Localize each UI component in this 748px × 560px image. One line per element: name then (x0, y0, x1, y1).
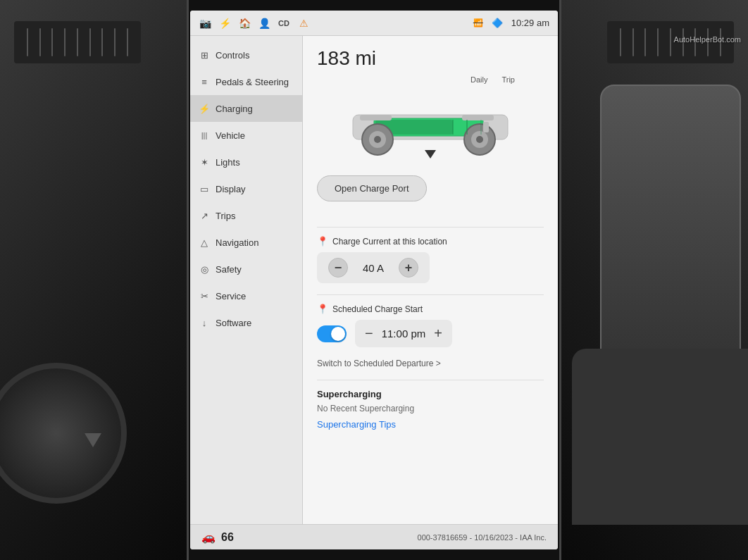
charge-current-setting: 📍 Charge Current at this location − 40 A… (317, 236, 544, 283)
charging-label: Charging (216, 104, 253, 114)
svg-rect-14 (483, 122, 489, 132)
divider-2 (317, 294, 544, 295)
right-bottom-panel (572, 349, 748, 525)
steering-marker (85, 433, 101, 447)
lights-label: Lights (216, 157, 240, 168)
right-interior (561, 0, 748, 560)
service-label: Service (216, 291, 246, 301)
person-icon: 👤 (258, 17, 270, 30)
tesla-screen: 📷 ⚡ 🏠 👤 CD ⚠ 📶 🔷 10:29 am ⊞ Controls ≡ P… (190, 11, 558, 549)
safety-icon: ◎ (199, 263, 210, 275)
time-control: − 11:00 pm + (355, 320, 452, 347)
time-increase-button[interactable]: + (434, 325, 442, 342)
display-label: Display (216, 184, 246, 194)
car-illustration: Daily Trip (317, 73, 544, 164)
main-area: ⊞ Controls ≡ Pedals & Steering ⚡ Chargin… (190, 36, 558, 524)
range-display: 183 mi (317, 47, 544, 70)
trip-label: Trip (501, 75, 515, 84)
svg-rect-9 (360, 115, 392, 120)
cd-label: CD (278, 17, 290, 30)
pedals-icon: ≡ (199, 76, 210, 87)
toggle-knob (331, 327, 345, 341)
warning-icon: ⚠ (297, 17, 310, 30)
time-decrease-button[interactable]: − (365, 325, 373, 342)
sidebar-item-service[interactable]: ✂ Service (190, 282, 302, 309)
sidebar-item-display[interactable]: ▭ Display (190, 175, 302, 202)
sidebar-item-vehicle[interactable]: ||| Vehicle (190, 122, 302, 149)
sidebar-item-charging[interactable]: ⚡ Charging (190, 95, 302, 122)
sidebar-item-controls[interactable]: ⊞ Controls (190, 42, 302, 68)
content-panel: 183 mi Daily Trip (303, 36, 558, 524)
trips-label: Trips (216, 211, 235, 221)
schedule-toggle[interactable] (317, 325, 347, 342)
location-icon-2: 📍 (317, 304, 328, 314)
schedule-row: − 11:00 pm + (317, 320, 544, 347)
sidebar-item-software[interactable]: ↓ Software (190, 309, 302, 336)
location-icon-1: 📍 (317, 236, 328, 247)
amp-value-display: 40 A (359, 262, 387, 274)
svg-point-8 (476, 136, 483, 143)
safety-label: Safety (216, 264, 242, 275)
svg-rect-10 (462, 115, 494, 120)
camera-icon: 📷 (199, 17, 211, 30)
car-icon: 🚗 (201, 530, 216, 544)
software-icon: ↓ (199, 317, 210, 328)
scheduled-charge-text: Scheduled Charge Start (332, 304, 423, 314)
charging-icon: ⚡ (199, 103, 210, 114)
speed-display: 66 (221, 531, 234, 544)
supercharging-tips-link[interactable]: Supercharging Tips (317, 419, 544, 430)
signal-icon: 📶 (473, 18, 483, 27)
amp-increase-button[interactable]: + (399, 258, 418, 278)
supercharging-title: Supercharging (317, 389, 544, 399)
sidebar-item-lights[interactable]: ✶ Lights (190, 149, 302, 175)
lightning-status-icon: ⚡ (218, 17, 231, 30)
level-marker (425, 150, 436, 158)
status-bar: 📷 ⚡ 🏠 👤 CD ⚠ 📶 🔷 10:29 am (190, 11, 558, 36)
svg-point-5 (374, 136, 381, 143)
status-bar-left: 📷 ⚡ 🏠 👤 CD ⚠ (199, 17, 310, 30)
right-panel (600, 85, 741, 366)
home-icon: 🏠 (238, 17, 251, 30)
controls-icon: ⊞ (199, 49, 210, 61)
charge-current-label: 📍 Charge Current at this location (317, 236, 544, 247)
scheduled-charge-label: 📍 Scheduled Charge Start (317, 304, 544, 314)
scheduled-charge-setting: 📍 Scheduled Charge Start − 11:00 pm + (317, 304, 544, 347)
service-icon: ✂ (199, 290, 210, 301)
steering-wheel (0, 363, 127, 504)
supercharging-section: Supercharging No Recent Supercharging Su… (317, 389, 544, 430)
display-icon: ▭ (199, 183, 210, 194)
sidebar-item-trips[interactable]: ↗ Trips (190, 202, 302, 229)
time-value-display: 11:00 pm (382, 328, 426, 340)
switch-departure-link[interactable]: Switch to Scheduled Departure > (317, 359, 544, 368)
divider-3 (317, 380, 544, 380)
car-svg: Daily Trip (332, 73, 529, 164)
pedals-label: Pedals & Steering (216, 77, 289, 87)
status-bar-right: 📶 🔷 10:29 am (473, 18, 549, 28)
left-interior (0, 0, 187, 560)
sidebar-item-navigation[interactable]: △ Navigation (190, 229, 302, 256)
navigation-label: Navigation (216, 237, 258, 248)
bottom-bar-left: 🚗 66 (201, 530, 234, 544)
left-vent (14, 21, 141, 63)
vehicle-icon: ||| (199, 130, 210, 141)
amp-decrease-button[interactable]: − (328, 258, 348, 278)
divider-1 (317, 227, 544, 228)
lights-icon: ✶ (199, 156, 210, 168)
sidebar-item-pedals[interactable]: ≡ Pedals & Steering (190, 68, 302, 95)
controls-label: Controls (216, 50, 249, 61)
clock-display: 10:29 am (511, 18, 549, 28)
watermark: AutoHelperBot.com (674, 35, 741, 44)
bottom-info: 000-37816659 - 10/16/2023 - IAA Inc. (418, 533, 547, 542)
charge-current-text: Charge Current at this location (332, 237, 447, 247)
open-charge-port-button[interactable]: Open Charge Port (317, 175, 427, 201)
charge-labels: Daily Trip (470, 75, 515, 84)
sidebar-item-safety[interactable]: ◎ Safety (190, 256, 302, 282)
bottom-bar: 🚗 66 000-37816659 - 10/16/2023 - IAA Inc… (190, 524, 558, 549)
bluetooth-icon: 🔷 (492, 18, 503, 28)
daily-label: Daily (470, 75, 487, 84)
supercharging-status: No Recent Supercharging (317, 404, 544, 413)
trips-icon: ↗ (199, 210, 210, 221)
navigation-icon: △ (199, 237, 210, 248)
sidebar: ⊞ Controls ≡ Pedals & Steering ⚡ Chargin… (190, 36, 303, 524)
software-label: Software (216, 318, 251, 328)
